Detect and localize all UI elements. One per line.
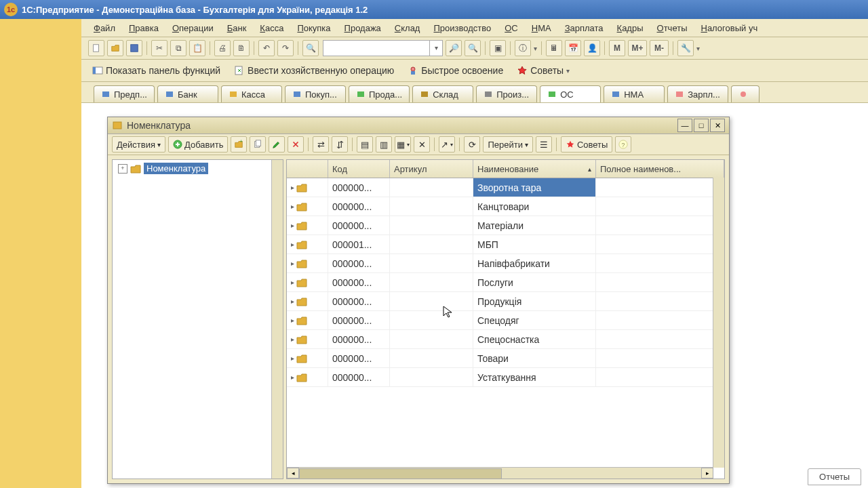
table-row[interactable]: ▸000000...Зворотна тара [287,178,724,197]
export-icon[interactable]: ↗▾ [439,136,455,152]
menu-склад[interactable]: Склад [389,20,426,36]
tab-2[interactable]: Касса [221,85,282,102]
col-c1[interactable] [287,160,328,178]
tab-8[interactable]: НМА [604,85,665,102]
table-row[interactable]: ▸000000...Послуги [287,273,724,292]
info-icon[interactable]: ⓘ [515,40,531,56]
bottom-tab-reports[interactable]: Отчеты [808,468,861,485]
search-dropdown-icon[interactable]: ▾ [429,41,442,56]
col-c2[interactable]: Код [328,160,390,178]
cut-icon[interactable]: ✂ [151,40,167,56]
goto-dropdown[interactable]: Перейти▾ [483,136,533,152]
col-c3[interactable]: Артикул [390,160,473,178]
copy-item-icon[interactable] [250,136,266,152]
menu-операции[interactable]: Операции [167,20,219,36]
save-icon[interactable] [126,40,142,56]
menu-ос[interactable]: ОС [499,20,524,36]
paste-icon[interactable]: 📋 [189,40,205,56]
menu-касса[interactable]: Касса [254,20,289,36]
tab-more[interactable] [731,85,760,102]
menu-отчеты[interactable]: Отчеты [652,20,693,36]
grid-hscrollbar[interactable]: ◂▸ [287,467,713,479]
menu-кадры[interactable]: Кадры [612,20,649,36]
tools-icon[interactable]: 🔧 [677,40,694,56]
open-icon[interactable] [107,40,123,56]
actions-dropdown[interactable]: Действия▾ [112,136,165,152]
menu-покупка[interactable]: Покупка [292,20,336,36]
list-settings-icon[interactable]: ☰ [536,136,552,152]
svg-rect-10 [294,92,300,97]
tab-7[interactable]: ОС [540,85,601,102]
tips-window-button[interactable]: Советы [561,136,612,152]
clear-filter-icon[interactable]: ✕ [414,136,430,152]
find-prev-icon[interactable]: 🔍 [465,40,481,56]
print-icon[interactable]: 🖨 [214,40,231,56]
find-next-icon[interactable]: 🔎 [446,40,462,56]
table-row[interactable]: ▸000000...Устаткування [287,368,724,387]
table-row[interactable]: ▸000000...Канцтовари [287,197,724,216]
menu-файл[interactable]: Файл [88,20,121,36]
filter2-icon[interactable]: ▥ [376,136,392,152]
tab-6[interactable]: Произ... [476,85,537,102]
quick-start-button[interactable]: Быстрое освоение [403,63,507,78]
hierarchy-icon[interactable]: ⇵ [332,136,348,152]
table-row[interactable]: ▸000000...Матеріали [287,216,724,235]
delete-icon[interactable] [288,136,304,152]
windows-icon[interactable]: ▣ [490,40,506,56]
copy-icon[interactable]: ⧉ [170,40,186,56]
m-button[interactable]: M [609,40,625,56]
close-button[interactable]: ✕ [710,119,725,132]
show-func-panel-button[interactable]: Показать панель функций [88,63,224,78]
refresh-icon[interactable]: ⟳ [464,136,480,152]
menu-зарплата[interactable]: Зарплата [559,20,609,36]
preview-icon[interactable]: 🗎 [233,40,250,56]
tab-9[interactable]: Зарпл... [667,85,728,102]
redo-icon[interactable]: ↷ [277,40,294,56]
tree-root-item[interactable]: + Номенклатура [113,160,283,177]
table-row[interactable]: ▸000000...Спецодяг [287,311,724,330]
tab-5[interactable]: Склад [412,85,473,102]
menu-продажа[interactable]: Продажа [339,20,387,36]
expand-icon[interactable]: + [118,164,127,174]
table-row[interactable]: ▸000000...Напівфабрикати [287,254,724,273]
grid-vscrollbar[interactable] [713,178,724,468]
add-button[interactable]: Добавить [168,136,228,152]
undo-icon[interactable]: ↶ [258,40,275,56]
menu-банк[interactable]: Банк [222,20,252,36]
tab-0[interactable]: Предп... [94,85,155,102]
enter-operation-button[interactable]: Ввести хозяйственную операцию [230,63,398,78]
add-group-icon[interactable]: + [231,136,247,152]
m-minus-button[interactable]: M- [650,40,669,56]
edit-icon[interactable] [269,136,285,152]
tree-scrollbar[interactable] [271,160,283,479]
grid-body[interactable]: ▸000000...Зворотна тара▸000000...Канцтов… [287,178,724,479]
col-c5[interactable]: Полное наименов... [596,160,724,178]
tab-3[interactable]: Покуп... [285,85,346,102]
filter3-icon[interactable]: ▦▾ [395,136,411,152]
table-row[interactable]: ▸000000...Спецоснастка [287,330,724,349]
help-icon[interactable]: ? [615,136,631,152]
new-doc-icon[interactable] [88,40,104,56]
calc-icon[interactable]: 🖩 [546,40,562,56]
menu-налоговый уч[interactable]: Налоговый уч [695,20,763,36]
search-input[interactable]: ▾ [323,40,443,56]
menu-правка[interactable]: Правка [123,20,164,36]
filter1-icon[interactable]: ▤ [357,136,373,152]
find-icon[interactable]: 🔍 [302,40,319,56]
tree-panel[interactable]: + Номенклатура [112,159,283,479]
tips-button[interactable]: Советы ▾ [513,63,574,78]
menu-производство[interactable]: Производство [428,20,496,36]
menu-нма[interactable]: НМА [526,20,557,36]
calendar-icon[interactable]: 📅 [565,40,581,56]
tab-4[interactable]: Прода... [349,85,410,102]
table-row[interactable]: ▸000000...Товари [287,349,724,368]
col-c4[interactable]: Наименование ▴ [473,160,596,178]
move-icon[interactable]: ⇄ [313,136,329,152]
maximize-button[interactable]: □ [694,119,709,132]
user-tool-icon[interactable]: 👤 [584,40,600,56]
minimize-button[interactable]: — [677,119,692,132]
m-plus-button[interactable]: M+ [628,40,647,56]
tab-1[interactable]: Банк [157,85,218,102]
table-row[interactable]: ▸000001...МБП [287,235,724,254]
table-row[interactable]: ▸000000...Продукція [287,292,724,311]
